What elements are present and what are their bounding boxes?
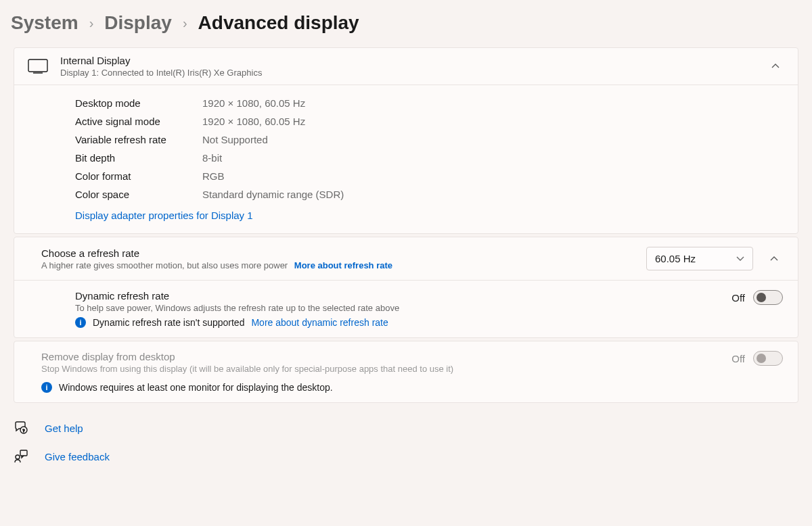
dynamic-subtitle: To help save power, Windows adjusts the … — [75, 303, 721, 313]
refresh-title: Choose a refresh rate — [41, 247, 646, 259]
remove-toggle-label: Off — [731, 353, 745, 364]
chevron-right-icon: › — [183, 16, 187, 31]
dynamic-toggle-label: Off — [731, 292, 745, 304]
chevron-up-icon[interactable] — [767, 57, 784, 76]
chevron-right-icon: › — [89, 16, 94, 31]
remove-title: Remove display from desktop — [41, 351, 731, 362]
display-subtitle: Display 1: Connected to Intel(R) Iris(R)… — [60, 68, 754, 78]
toggle-knob — [757, 354, 766, 363]
info-icon: i — [75, 317, 86, 328]
give-feedback-link[interactable]: Give feedback — [14, 449, 798, 464]
dynamic-note: Dynamic refresh rate isn't supported — [93, 317, 244, 328]
display-info-block: Desktop mode 1920 × 1080, 60.05 Hz Activ… — [14, 85, 798, 233]
label-active-signal: Active signal mode — [75, 116, 202, 127]
value-desktop-mode: 1920 × 1080, 60.05 Hz — [202, 97, 305, 109]
monitor-icon — [28, 59, 48, 74]
get-help-link[interactable]: ? Get help — [14, 421, 798, 435]
more-refresh-link[interactable]: More about refresh rate — [294, 260, 392, 270]
label-desktop-mode: Desktop mode — [75, 97, 202, 109]
label-color-format: Color format — [75, 170, 202, 182]
footer-links: ? Get help Give feedback — [14, 421, 798, 464]
value-variable-refresh: Not Supported — [202, 134, 268, 145]
display-info-card: Internal Display Display 1: Connected to… — [14, 47, 798, 234]
chevron-down-icon — [736, 254, 744, 264]
remove-display-card: Remove display from desktop Stop Windows… — [14, 341, 798, 403]
dynamic-toggle[interactable] — [753, 290, 783, 305]
label-color-space: Color space — [75, 189, 202, 200]
breadcrumb-system[interactable]: System — [11, 12, 78, 34]
give-feedback-text: Give feedback — [45, 451, 110, 462]
value-color-format: RGB — [202, 170, 225, 182]
breadcrumb-advanced-display: Advanced display — [198, 12, 359, 34]
dynamic-refresh-row: Dynamic refresh rate To help save power,… — [14, 280, 798, 337]
remove-note: Windows requires at least one monitor fo… — [59, 382, 333, 393]
breadcrumb: System › Display › Advanced display — [0, 0, 812, 47]
toggle-knob — [757, 293, 766, 302]
value-active-signal: 1920 × 1080, 60.05 Hz — [202, 116, 305, 127]
get-help-text: Get help — [45, 423, 83, 434]
chevron-up-icon[interactable] — [765, 249, 783, 268]
remove-subtitle: Stop Windows from using this display (it… — [41, 364, 731, 374]
svg-text:?: ? — [22, 428, 24, 433]
breadcrumb-display[interactable]: Display — [104, 12, 172, 34]
remove-toggle — [753, 351, 783, 366]
display-header[interactable]: Internal Display Display 1: Connected to… — [14, 48, 798, 85]
info-icon: i — [41, 382, 52, 393]
refresh-subtitle: A higher rate gives smoother motion, but… — [41, 260, 646, 270]
value-color-space: Standard dynamic range (SDR) — [202, 189, 344, 200]
svg-point-4 — [16, 455, 20, 459]
refresh-rate-value: 60.05 Hz — [655, 253, 696, 264]
display-title: Internal Display — [60, 55, 754, 66]
more-dynamic-link[interactable]: More about dynamic refresh rate — [251, 317, 388, 328]
label-variable-refresh: Variable refresh rate — [75, 134, 202, 145]
value-bit-depth: 8-bit — [202, 152, 222, 164]
label-bit-depth: Bit depth — [75, 152, 202, 164]
refresh-rate-dropdown[interactable]: 60.05 Hz — [646, 247, 753, 270]
dynamic-title: Dynamic refresh rate — [75, 290, 721, 302]
help-icon: ? — [14, 421, 28, 435]
feedback-icon — [14, 449, 28, 464]
svg-rect-5 — [20, 450, 27, 456]
adapter-properties-link[interactable]: Display adapter properties for Display 1 — [75, 210, 253, 221]
svg-rect-0 — [28, 59, 47, 72]
refresh-rate-card: Choose a refresh rate A higher rate give… — [14, 237, 798, 338]
